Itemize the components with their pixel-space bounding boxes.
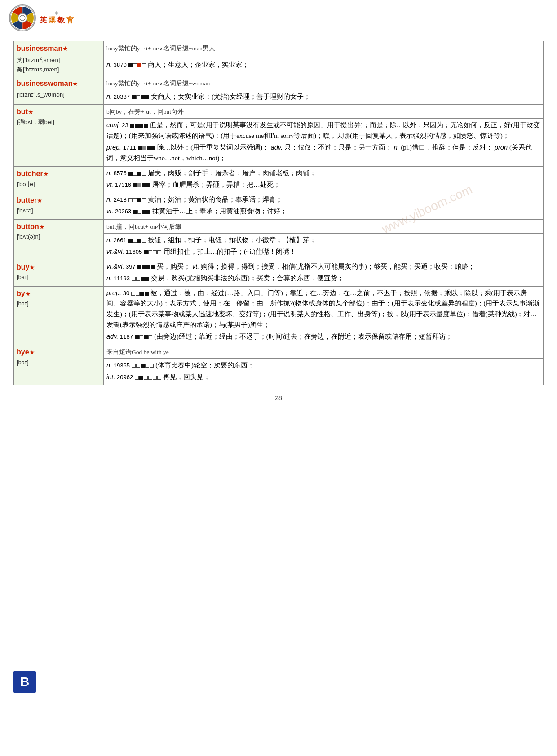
- def-line: n. 8576 屠夫，肉贩；刽子手；屠杀者；屠户；肉铺老板；肉铺；: [106, 168, 540, 179]
- def-line: n. 2661 按钮，组扣，扣子；电钮；扣状物；小徽章；【植】芽；: [106, 235, 540, 246]
- main-content: businessman★ 英['bɪznɪz,smən] 美['bɪznɪs,m…: [0, 36, 557, 415]
- dictionary-table: businessman★ 英['bɪznɪz,smən] 美['bɪznɪs,m…: [13, 41, 544, 385]
- section-b-label: B: [13, 671, 36, 693]
- phonetic-buy: [baɪ]: [17, 273, 101, 282]
- entry-word-but: but★: [17, 106, 101, 118]
- phonetic-bye: [baɪ]: [17, 358, 101, 367]
- phonetic-butter: ['bʌtə]: [17, 206, 101, 216]
- def-butter: n. 2418 黄油；奶油；黄油状的食品；奉承话；焊膏； vt. 20263 抹…: [104, 193, 544, 219]
- svg-point-1: [18, 13, 27, 22]
- phonetic-businesswoman: ['bɪznɪz,s_wʊmən]: [17, 89, 101, 100]
- entry-word-businessman: businessman★: [17, 43, 101, 54]
- entry-left-bye: bye★ [baɪ]: [14, 345, 104, 385]
- page-header: ® 英 爆 教 育: [0, 0, 557, 36]
- registered-symbol: ®: [55, 11, 58, 16]
- entry-word-by: by★: [17, 288, 101, 300]
- table-row: butcher★ ['bʊtʃə] n. 8576 屠夫，肉贩；刽子手；屠杀者；…: [14, 167, 544, 193]
- table-row: businesswoman★ ['bɪznɪz,s_wʊmən] busy繁忙的…: [14, 76, 544, 90]
- entry-word-button: button★: [17, 221, 101, 233]
- def-line: conj. 23 但是，然而；可是(用于说明某事没有发生或不可能的原因、用于提出…: [106, 120, 540, 141]
- table-row: butter★ ['bʌtə] n. 2418 黄油；奶油；黄油状的食品；奉承话…: [14, 193, 544, 219]
- table-row: bye★ [baɪ] 来自短语God be with ye: [14, 345, 544, 359]
- phonetic-uk-businessman: 英['bɪznɪz,smən]: [17, 54, 101, 65]
- def-line: vt.&vi. 397 买，购买； vt. 购得；换得，得到；接受，相信(尤指不…: [106, 261, 540, 272]
- entry-left-businesswoman: businesswoman★ ['bɪznɪz,s_wʊmən]: [14, 76, 104, 105]
- entry-left-buy: buy★ [baɪ]: [14, 260, 104, 286]
- def-but: conj. 23 但是，然而；可是(用于说明某事没有发生或不可能的原因、用于提出…: [104, 119, 544, 167]
- derivation-bye: 来自短语God be with ye: [104, 345, 544, 359]
- derivation-but: b同by，在旁+-ut，同out向外: [104, 105, 544, 119]
- entry-left-but: but★ [强bʌt，弱bət]: [14, 105, 104, 167]
- def-line: adv. 1187 (由旁边)经过；靠近；经由；不迟于；(时间)过去；在旁边，在…: [106, 332, 540, 342]
- def-line: n. 2418 黄油；奶油；黄油状的食品；奉承话；焊膏；: [106, 195, 540, 205]
- entry-word-buy: buy★: [17, 261, 101, 273]
- entry-left-butter: butter★ ['bʌtə]: [14, 193, 104, 219]
- def-line: vt. 20263 抹黄油于…上；奉承；用黄油煎食物；讨好；: [106, 206, 540, 217]
- def-button: n. 2661 按钮，组扣，扣子；电钮；扣状物；小徽章；【植】芽； vt.&vi…: [104, 233, 544, 260]
- def-businesswoman: n. 20387 女商人；女实业家；(尤指)女经理；善于理财的女子；: [104, 90, 544, 105]
- entry-word-businesswoman: businesswoman★: [17, 78, 101, 89]
- brand-char-1: 英: [40, 16, 47, 25]
- entry-left-by: by★ [baɪ]: [14, 286, 104, 345]
- brand-char-2: 爆: [49, 16, 56, 25]
- def-butcher: n. 8576 屠夫，肉贩；刽子手；屠杀者；屠户；肉铺老板；肉铺； vt. 17…: [104, 167, 544, 193]
- phonetic-us-businessman: 美['bɪznɪs,mæn]: [17, 65, 101, 75]
- entry-word-butcher: butcher★: [17, 168, 101, 180]
- brand-char-4: 育: [66, 16, 74, 25]
- def-businessman: n. 3870 商人；生意人；企业家，实业家；: [104, 58, 544, 76]
- def-buy: vt.&vi. 397 买，购买； vt. 购得；换得，得到；接受，相信(尤指不…: [104, 260, 544, 286]
- logo-area: ® 英 爆 教 育: [9, 4, 74, 31]
- entry-left-butcher: butcher★ ['bʊtʃə]: [14, 167, 104, 193]
- def-line: n. 11193 交易，购买(尤指购买非法的东西)；买卖；合算的东西，便宜货；: [106, 273, 540, 284]
- table-row: businessman★ 英['bɪznɪz,smən] 美['bɪznɪs,m…: [14, 41, 544, 58]
- def-line: n. 3870 商人；生意人；企业家，实业家；: [106, 60, 540, 71]
- phonetic-butcher: ['bʊtʃə]: [17, 180, 101, 189]
- def-line: int. 20962 再见，回头见；: [106, 372, 540, 383]
- brand-text: ® 英 爆 教 育: [40, 11, 74, 25]
- def-line: vt.&vi. 11605 用组扣住，扣上…的扣子；(~it)住嘴！闭嘴！: [106, 247, 540, 257]
- derivation-button: butt撞，同beat+-on小词后缀: [104, 219, 544, 233]
- phonetic-but: [强bʌt，弱bət]: [17, 118, 101, 127]
- entry-left-button: button★ ['bʌt(ə)n]: [14, 219, 104, 260]
- table-row: button★ ['bʌt(ə)n] butt撞，同beat+-on小词后缀: [14, 219, 544, 233]
- table-row: but★ [强bʌt，弱bət] b同by，在旁+-ut，同out向外: [14, 105, 544, 119]
- def-bye: n. 19365 (体育比赛中)轮空；次要的东西； int. 20962 再见，…: [104, 359, 544, 385]
- derivation-businesswoman: busy繁忙的y→i+-ness名词后缀+woman: [104, 76, 544, 90]
- def-line: prep. 1711 除…以外；(用于重复某词以示强调)； adv. 只；仅仅；…: [106, 142, 540, 164]
- table-row: by★ [baɪ] prep. 30 被，通过；被，由；经过(…路、入口、门等)…: [14, 286, 544, 345]
- def-line: vt. 17316 屠宰；血腥屠杀；弄砸，弄糟；把…处死；: [106, 180, 540, 190]
- logo-icon: [9, 4, 36, 31]
- table-row: buy★ [baɪ] vt.&vi. 397 买，购买； vt. 购得；换得，得…: [14, 260, 544, 286]
- def-line: n. 20387 女商人；女实业家；(尤指)女经理；善于理财的女子；: [106, 92, 540, 102]
- phonetic-by: [baɪ]: [17, 299, 101, 309]
- entry-word-bye: bye★: [17, 346, 101, 358]
- def-line: n. 19365 (体育比赛中)轮空；次要的东西；: [106, 360, 540, 371]
- phonetic-button: ['bʌt(ə)n]: [17, 232, 101, 242]
- brand-row: 英 爆 教 育: [40, 16, 74, 25]
- derivation-businessman: busy繁忙的y→i+-ness名词后缀+man男人: [104, 41, 544, 58]
- def-by: prep. 30 被，通过；被，由；经过(…路、入口、门等)；靠近；在…旁边；在…: [104, 286, 544, 345]
- entry-word-butter: butter★: [17, 195, 101, 206]
- page-number: 28: [13, 394, 544, 402]
- brand-char-3: 教: [57, 16, 65, 25]
- entry-left-businessman: businessman★ 英['bɪznɪz,smən] 美['bɪznɪs,m…: [14, 41, 104, 76]
- def-line: prep. 30 被，通过；被，由；经过(…路、入口、门等)；靠近；在…旁边；在…: [106, 288, 540, 331]
